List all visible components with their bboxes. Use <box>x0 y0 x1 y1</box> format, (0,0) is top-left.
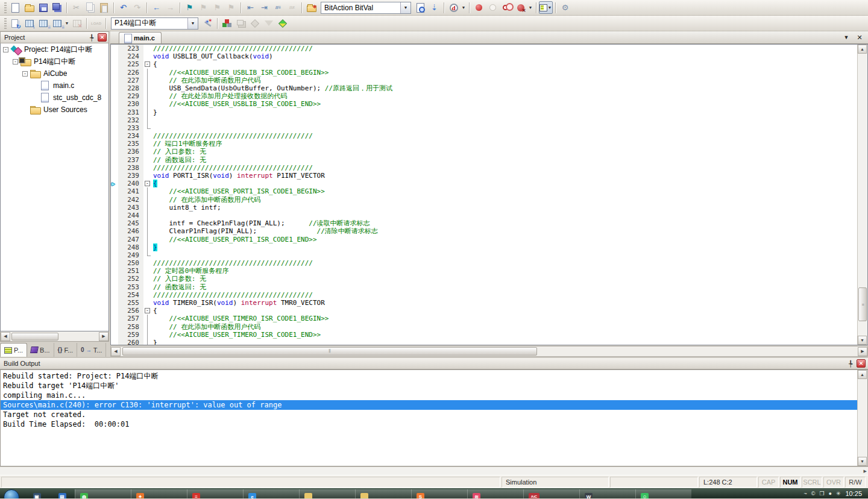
save-all-icon[interactable] <box>50 1 64 14</box>
configure-wrench-icon[interactable]: ⚙ <box>558 1 572 14</box>
code-line[interactable]: 252// 入口参数: 无 <box>111 275 857 283</box>
code-line[interactable]: 251// 定时器0中断服务程序 <box>111 267 857 275</box>
tree-item[interactable]: User Sources <box>1 104 108 116</box>
app-keil[interactable]: W <box>579 489 635 498</box>
prev-bookmark-icon[interactable]: ⚑ <box>197 1 210 14</box>
scroll-right-icon[interactable]: ▶ <box>99 332 108 341</box>
scroll-up-icon[interactable]: ▲ <box>858 45 867 54</box>
app-pink-lines[interactable]: ≋ <box>467 489 523 498</box>
start-debug-session-icon[interactable]: d <box>447 1 461 14</box>
dropdown-arrow-icon[interactable]: ▼ <box>547 1 552 14</box>
close-icon[interactable]: ✕ <box>98 33 107 42</box>
code-line[interactable]: 229 // 在此处添加用户处理接收数据的代码 <box>111 92 857 100</box>
code-line[interactable]: 235// 端口1中断服务程序 <box>111 140 857 148</box>
app-s-orange[interactable]: S <box>411 489 467 498</box>
tree-item[interactable]: -AiCube <box>1 67 108 80</box>
scroll-left-icon[interactable]: ◀ <box>1 332 10 341</box>
code-line[interactable]: 238/////////////////////////////////////… <box>111 164 857 172</box>
build-output-vscrollbar[interactable]: ▲ ▼ <box>857 370 867 466</box>
code-line[interactable]: 255void TIMER0_ISR(void) interrupt TMR0_… <box>111 299 857 307</box>
code-line[interactable]: 250/////////////////////////////////////… <box>111 259 857 267</box>
dropdown-arrow-icon[interactable]: ▼ <box>461 1 467 14</box>
build-output-line[interactable]: Rebuild target 'P14端口中断' <box>3 381 857 391</box>
app-green-smiley[interactable]: ☺ <box>635 489 691 498</box>
find-in-files-folder-icon[interactable] <box>304 1 318 14</box>
stop-build-icon[interactable] <box>70 17 84 30</box>
toggle-breakpoint-icon[interactable] <box>472 1 486 14</box>
fold-margin[interactable]: - <box>143 180 152 187</box>
tray-icon-2[interactable]: ❐ <box>819 491 824 497</box>
build-output-line[interactable]: Target not created. <box>3 410 857 419</box>
build-output-line[interactable]: Build Time Elapsed: 00:00:01 <box>3 419 857 429</box>
save-icon[interactable] <box>36 1 50 14</box>
code-line[interactable]: 223/////////////////////////////////////… <box>111 45 857 52</box>
disable-breakpoint-icon[interactable] <box>486 1 500 14</box>
build-icon[interactable] <box>22 17 36 30</box>
panel-tab-T[interactable]: 0→T... <box>77 343 106 357</box>
fold-margin[interactable]: - <box>143 307 152 315</box>
code-line[interactable]: 226 //<<AICUBE_USER_USBLIB_ISR_CODE1_BEG… <box>111 69 857 77</box>
code-line[interactable]: 259 //<<AICUBE_USER_TIMERO_ISR_CODE1_END… <box>111 331 857 339</box>
search-combo-dropdown-icon[interactable]: ▼ <box>400 2 410 13</box>
kill-all-breakpoints-icon[interactable] <box>514 1 527 14</box>
code-line[interactable]: 228 USB_SendData(UsbOutBuffer, OutNumber… <box>111 84 857 92</box>
manage-project-items-icon[interactable] <box>220 17 234 30</box>
fold-collapse-icon[interactable]: - <box>145 308 150 313</box>
code-line[interactable]: 242 // 在此添加中断函数用户代码 <box>111 196 857 204</box>
disable-all-breakpoints-icon[interactable] <box>500 1 514 14</box>
tree-item[interactable]: -P14端口中断 <box>1 55 108 67</box>
code-line[interactable]: 256-{ <box>111 307 857 315</box>
code-line[interactable]: 236// 入口参数: 无 <box>111 148 857 155</box>
code-line[interactable]: 227 // 在此添加中断函数用户代码 <box>111 77 857 84</box>
redo-icon[interactable]: ↷ <box>130 1 144 14</box>
insert-bookmark-icon[interactable]: ⚑ <box>183 1 197 14</box>
tree-expander-icon[interactable]: - <box>22 71 28 77</box>
comment-selection-icon[interactable]: //≡ <box>271 1 285 14</box>
clear-bookmarks-icon[interactable]: ⚑ <box>224 1 238 14</box>
app-green-circle[interactable]: ◍ <box>75 489 131 498</box>
undo-icon[interactable]: ↶ <box>116 1 130 14</box>
tray-icon-0[interactable]: ~ <box>804 491 807 497</box>
app-internet-explorer[interactable]: e <box>243 489 299 498</box>
build-output-line[interactable]: compiling main.c... <box>3 391 857 400</box>
indent-left-icon[interactable]: ⇤ <box>244 1 257 14</box>
fold-collapse-icon[interactable]: - <box>145 61 150 67</box>
folder-window-1[interactable] <box>299 489 355 498</box>
dropdown-arrow-icon[interactable]: ▼ <box>64 17 70 30</box>
tray-icon-4[interactable]: ✳ <box>836 491 841 497</box>
scroll-up-icon[interactable]: ▲ <box>858 370 867 379</box>
code-line[interactable]: 237// 函数返回: 无 <box>111 156 857 164</box>
tree-item[interactable]: -Project: P14端口中断 <box>1 43 108 55</box>
target-combo[interactable]: P14端口中断▼ <box>111 17 198 30</box>
panel-tab-F[interactable]: {}F... <box>54 343 77 357</box>
code-line[interactable]: 225-{ <box>111 60 857 68</box>
code-line[interactable]: 254/////////////////////////////////////… <box>111 291 857 299</box>
folder-window-2[interactable] <box>355 489 411 498</box>
search-combo[interactable]: BitAction BitVal▼ <box>321 2 411 14</box>
code-line[interactable]: 248} <box>111 243 857 251</box>
manage-layers-icon[interactable] <box>234 17 248 30</box>
scroll-thumb[interactable]: ⫴ <box>122 347 537 356</box>
tray-icon-3[interactable]: ● <box>828 491 831 497</box>
filter-funnel-icon[interactable] <box>262 17 275 30</box>
close-icon[interactable]: ✕ <box>857 359 866 368</box>
code-line[interactable]: 245 intf = CheckP1nFlag(PIN_ALL); //读取中断… <box>111 219 857 227</box>
code-line[interactable]: 232 <box>111 116 857 124</box>
scroll-left-icon[interactable]: ◀ <box>111 347 121 356</box>
close-tab-icon[interactable]: ✕ <box>855 33 864 42</box>
code-line[interactable]: 239void PORT1_ISR(void) interrupt P1INT_… <box>111 172 857 180</box>
code-line[interactable]: 258 // 在此添加中断函数用户代码 <box>111 323 857 331</box>
code-line[interactable]: 260} <box>111 339 857 345</box>
code-line[interactable]: 234/////////////////////////////////////… <box>111 132 857 140</box>
open-file-icon[interactable] <box>22 1 36 14</box>
code-area[interactable]: 223/////////////////////////////////////… <box>111 45 857 345</box>
pinned-app-2[interactable]: ▤ <box>53 489 71 498</box>
paste-icon[interactable] <box>97 1 111 14</box>
rebuild-all-icon[interactable] <box>36 17 50 30</box>
find-in-files-icon[interactable] <box>414 1 427 14</box>
scroll-right-icon[interactable]: ▶ <box>864 469 867 474</box>
tree-item[interactable]: main.c <box>1 80 108 92</box>
code-line[interactable]: 244 <box>111 212 857 219</box>
build-error-line[interactable]: Sources\main.c(240): error C130: 'interr… <box>1 400 857 410</box>
tab-main-c[interactable]: main.c <box>119 32 162 43</box>
